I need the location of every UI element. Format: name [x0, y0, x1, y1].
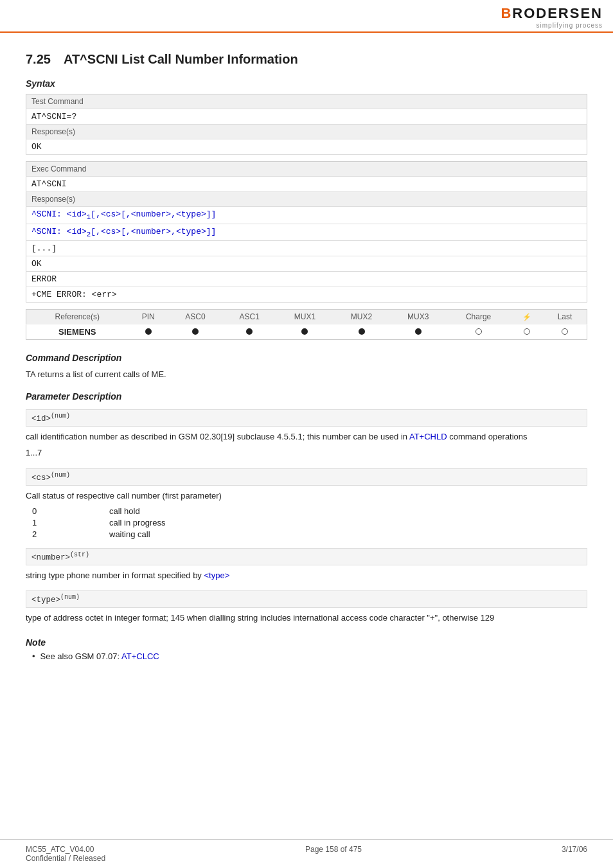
param-id-block: <id>(num): [26, 409, 587, 427]
exec-response-row6: +CME ERROR: <err>: [26, 287, 587, 303]
dot-empty-icon1: [524, 328, 530, 335]
ref-dot-mux2: [333, 324, 389, 340]
param-cs-value-2: 2 waiting call: [32, 529, 587, 539]
param-type-description: type of address octet in integer format;…: [26, 612, 587, 624]
dot-empty-charge: [475, 328, 482, 335]
command-description-text: TA returns a list of current calls of ME…: [26, 368, 587, 381]
test-command-label-row: Test Command: [26, 94, 587, 109]
ref-dot-mux1: [276, 324, 333, 340]
exec-response-line3: [...]: [26, 241, 587, 256]
param-number-block: <number>(str): [26, 548, 587, 565]
exec-response-row5: ERROR: [26, 272, 587, 287]
link-at-chld[interactable]: AT+CHLD: [409, 432, 447, 441]
col-pin: PIN: [129, 310, 168, 324]
note-text: See also GSM 07.07: AT+CLCC: [40, 651, 159, 661]
pv-num-0: 0: [32, 506, 109, 516]
section-number: 7.25: [26, 52, 51, 66]
ref-dot-pin: [129, 324, 168, 340]
test-response-row: OK: [26, 139, 587, 155]
exec-response-line4: OK: [26, 256, 587, 272]
test-command-value: AT^SCNI=?: [26, 109, 587, 125]
param-cs-description: Call status of respective call number (f…: [26, 490, 587, 502]
test-response-value: OK: [26, 139, 587, 155]
col-asc0: ASC0: [168, 310, 222, 324]
dot-filled-asc1: [246, 328, 253, 335]
param-id-values: 1...7: [26, 447, 587, 459]
reference-header-row: Reference(s) PIN ASC0 ASC1 MUX1 MUX2 MUX…: [26, 310, 587, 324]
exec-response-line5: ERROR: [26, 272, 587, 287]
parameter-description-header: Parameter Description: [26, 391, 587, 402]
param-number-description: string type phone number in format speci…: [26, 569, 587, 582]
ref-dot-asc0: [168, 324, 222, 340]
test-command-row: AT^SCNI=?: [26, 109, 587, 125]
footer-page: Page 158 of 475: [305, 845, 362, 863]
exec-response-row4: OK: [26, 256, 587, 272]
command-description-header: Command Description: [26, 353, 587, 363]
exec-command-value: AT^SCNI: [26, 177, 587, 192]
page-header: BRODERSEN simplifying process: [0, 0, 613, 33]
col-charge: Charge: [447, 310, 511, 324]
reference-table: Reference(s) PIN ASC0 ASC1 MUX1 MUX2 MUX…: [26, 309, 587, 340]
param-id-description: call identification number as described …: [26, 430, 587, 443]
exec-response-line6: +CME ERROR: <err>: [26, 287, 587, 303]
exec-command-row: AT^SCNI: [26, 177, 587, 192]
ref-dot-asc1: [222, 324, 276, 340]
footer-date: 3/17/06: [562, 845, 587, 863]
param-cs-values: 0 call hold 1 call in progress 2 waiting…: [32, 506, 587, 539]
pv-num-2: 2: [32, 529, 109, 539]
logo-text: BRODERSEN: [501, 5, 603, 22]
logo-tagline: simplifying process: [537, 22, 603, 29]
exec-response-row1: ^SCNI: <id>1[,<cs>[,<number>,<type>]]: [26, 207, 587, 224]
col-mux2: MUX2: [333, 310, 389, 324]
section-title: 7.25AT^SCNI List Call Number Information: [26, 52, 587, 67]
test-response-label: Response(s): [26, 125, 587, 139]
test-command-label: Test Command: [26, 94, 587, 109]
dot-filled-mux1: [301, 328, 308, 335]
footer-doc-id: MC55_ATC_V04.00: [26, 845, 105, 854]
param-cs-value-0: 0 call hold: [32, 506, 587, 516]
pv-desc-1: call in progress: [109, 518, 587, 527]
param-cs-block: <cs>(num): [26, 468, 587, 486]
note-item-0: • See also GSM 07.07: AT+CLCC: [32, 651, 587, 661]
exec-response-line2: ^SCNI: <id>2[,<cs>[,<number>,<type>]]: [26, 224, 587, 241]
main-content: 7.25AT^SCNI List Call Number Information…: [0, 33, 613, 687]
dot-filled-mux3: [415, 328, 422, 335]
link-at-clcc[interactable]: AT+CLCC: [121, 651, 159, 661]
test-response-label-row: Response(s): [26, 125, 587, 139]
reference-siemens-row: SIEMENS: [26, 324, 587, 340]
ref-dot-last: [543, 324, 587, 340]
col-icon1: ⚡: [511, 310, 544, 324]
exec-response-label-row: Response(s): [26, 192, 587, 207]
note-header: Note: [26, 637, 587, 648]
dot-filled-asc0: [192, 328, 199, 335]
exec-command-label-row: Exec Command: [26, 162, 587, 177]
ref-dot-charge: [447, 324, 511, 340]
link-type[interactable]: <type>: [204, 571, 229, 580]
logo: BRODERSEN simplifying process: [501, 5, 603, 29]
param-cs-value-1: 1 call in progress: [32, 518, 587, 527]
exec-response-line1: ^SCNI: <id>1[,<cs>[,<number>,<type>]]: [26, 207, 587, 224]
section-heading: AT^SCNI List Call Number Information: [64, 52, 298, 66]
exec-response-label: Response(s): [26, 192, 587, 207]
exec-response-row2: ^SCNI: <id>2[,<cs>[,<number>,<type>]]: [26, 224, 587, 241]
dot-filled-pin: [145, 328, 152, 335]
footer-left: MC55_ATC_V04.00 Confidential / Released: [26, 845, 105, 863]
reference-label: Reference(s): [26, 310, 129, 324]
col-asc1: ASC1: [222, 310, 276, 324]
pv-num-1: 1: [32, 518, 109, 527]
exec-response-row3: [...]: [26, 241, 587, 256]
exec-syntax-table: Exec Command AT^SCNI Response(s) ^SCNI: …: [26, 161, 587, 303]
dot-empty-last: [562, 328, 568, 335]
ref-dot-mux3: [390, 324, 447, 340]
dot-filled-mux2: [359, 328, 365, 335]
ref-dot-icon1: [511, 324, 544, 340]
note-bullet: •: [32, 651, 35, 661]
syntax-table: Test Command AT^SCNI=? Response(s) OK: [26, 94, 587, 155]
syntax-header: Syntax: [26, 78, 587, 89]
page-footer: MC55_ATC_V04.00 Confidential / Released …: [0, 839, 613, 868]
pv-desc-2: waiting call: [109, 529, 587, 539]
param-type-block: <type>(num): [26, 590, 587, 608]
exec-command-label: Exec Command: [26, 162, 587, 177]
col-mux3: MUX3: [390, 310, 447, 324]
col-last: Last: [543, 310, 587, 324]
